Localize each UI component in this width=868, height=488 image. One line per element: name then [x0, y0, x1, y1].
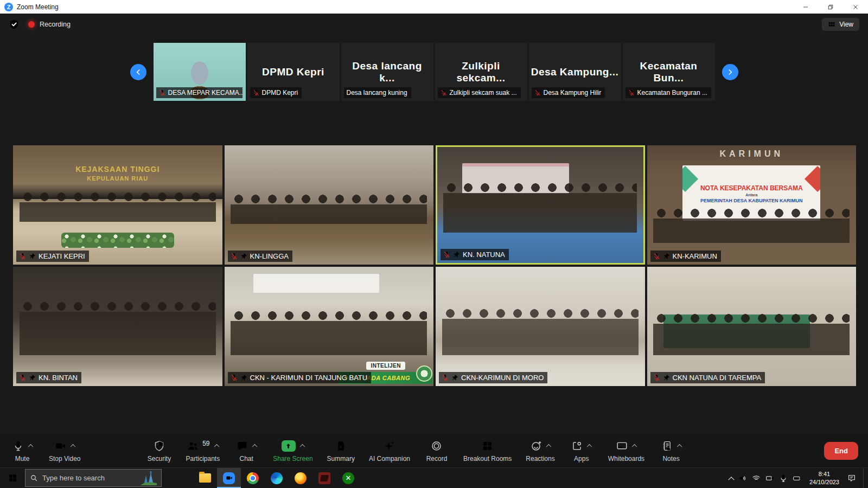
video-tile-ckn-karimun-di-moro[interactable]: CKN-KARIMUN DI MORO [436, 267, 645, 386]
wall-signage: KARIMUN [647, 149, 857, 159]
chat-chevron-up-icon[interactable] [252, 444, 257, 450]
whiteboards-button[interactable]: Whiteboards [608, 439, 644, 463]
reactions-button[interactable]: Reactions [526, 439, 554, 463]
video-tile-kn-karimun[interactable]: KARIMUN NOTA KESEPAKATAN BERSAMA Antara … [647, 145, 857, 265]
clock-date: 24/10/2023 [809, 478, 839, 486]
restore-button[interactable] [818, 0, 843, 14]
participant-name: KN. NATUNA [463, 251, 505, 259]
video-tile-ckn-natuna-di-tarempa[interactable]: CKN NATUNA DI TAREMPA [647, 267, 857, 386]
edge-icon[interactable] [265, 468, 289, 488]
search-placeholder: Type here to search [42, 474, 136, 482]
battery-icon[interactable] [793, 474, 801, 483]
whiteboards-chevron-up-icon[interactable] [631, 444, 637, 450]
taskbar-search-box[interactable]: Type here to search [25, 469, 162, 487]
sparkle-icon [384, 440, 395, 452]
video-tile-kn-natuna-active-speaker[interactable]: KN. NATUNA [436, 145, 645, 265]
meeting-header: Recording View [0, 14, 868, 35]
thumb-desa-lancang[interactable]: Desa lancang k... Desa lancang kuning [341, 43, 433, 101]
participant-name: KEJATI KEPRI [39, 252, 85, 260]
video-scene-people [231, 193, 427, 224]
banner-line1: NOTA KESEPAKATAN BERSAMA [682, 184, 820, 192]
speaker-icon[interactable] [738, 474, 747, 483]
mute-label: Mute [15, 455, 30, 463]
share-screen-button[interactable]: Share Screen [273, 439, 312, 463]
record-button[interactable]: Record [424, 439, 449, 463]
stop-video-button[interactable]: Stop Video [49, 439, 81, 463]
view-label: View [839, 21, 853, 28]
video-stage: DESA MEPAR KECAMA... DPMD Kepri DPMD Kep… [0, 35, 868, 434]
video-tile-kn-lingga[interactable]: KN-LINGGA [225, 145, 434, 265]
windows-logo-icon [8, 473, 17, 483]
notes-button[interactable]: Notes [659, 439, 684, 463]
apps-label: Apps [574, 455, 589, 463]
zoom-app-icon[interactable] [217, 468, 241, 488]
thumb-kecamatan-bunguran[interactable]: Kecamatan Bun... Kecamatan Bunguran ... [623, 43, 715, 101]
shield-icon [154, 440, 165, 452]
recording-indicator[interactable]: Recording [28, 21, 71, 28]
chrome-icon[interactable] [241, 468, 265, 488]
microphone-device-icon[interactable] [779, 474, 788, 483]
camera-device-icon[interactable] [765, 474, 774, 483]
participant-name: Zulkipli sekcam suak ... [450, 89, 517, 97]
ai-companion-button[interactable]: AI Companion [369, 439, 410, 463]
close-button[interactable] [843, 0, 868, 14]
show-desktop-button[interactable] [863, 468, 866, 488]
thumb-dpmd-kepri[interactable]: DPMD Kepri DPMD Kepri [247, 43, 340, 101]
mic-off-icon [253, 89, 259, 96]
security-button[interactable]: Security [147, 439, 172, 463]
mic-off-icon [441, 89, 447, 96]
summary-button[interactable]: Summary [327, 439, 355, 463]
taskbar-clock[interactable]: 8:41 24/10/2023 [806, 470, 843, 486]
encryption-shield-icon[interactable] [9, 19, 20, 30]
participant-name: CKN-KARIMUN DI MORO [461, 374, 544, 382]
mute-chevron-up-icon[interactable] [28, 444, 33, 450]
minimize-button[interactable] [793, 0, 818, 14]
video-scene-people [653, 312, 850, 355]
start-button[interactable] [0, 468, 25, 488]
clock-time: 8:41 [809, 470, 839, 478]
breakout-rooms-button[interactable]: Breakout Rooms [463, 439, 512, 463]
video-scene-banner [253, 274, 379, 293]
thumb-desa-kampung[interactable]: Desa Kampung... Desa Kampung Hilir [529, 43, 621, 101]
participants-button[interactable]: 59 Participants [186, 439, 220, 463]
wifi-icon[interactable] [752, 474, 761, 483]
participant-label: KN. NATUNA [441, 249, 509, 260]
mic-off-icon [231, 374, 238, 381]
mute-button[interactable]: Mute [10, 439, 35, 463]
xbox-icon[interactable]: ✕ [336, 468, 360, 488]
notes-label: Notes [662, 455, 679, 463]
share-chevron-up-icon[interactable] [299, 444, 305, 450]
prev-participants-button[interactable] [130, 64, 146, 80]
participant-name: Desa Kampung Hilir [544, 89, 602, 97]
chat-button[interactable]: Chat [234, 439, 259, 463]
participants-chevron-up-icon[interactable] [214, 444, 219, 450]
pin-icon [240, 253, 247, 260]
whiteboard-icon [616, 440, 628, 452]
video-tile-ckn-karimun-tanjung-batu[interactable]: INTELIJEN DESA PADA CABANG CKN - KARIMUN… [225, 267, 434, 386]
notes-chevron-up-icon[interactable] [676, 444, 682, 450]
video-tile-kn-bintan[interactable]: KN. BINTAN [13, 267, 222, 386]
video-tile-kejati-kepri[interactable]: KEJAKSAAN TINGGI KEPULAUAN RIAU KEJATI K… [13, 145, 222, 265]
apps-chevron-up-icon[interactable] [587, 444, 592, 450]
apps-button[interactable]: Apps [569, 439, 594, 463]
thumb-desa-mepar[interactable]: DESA MEPAR KECAMA... [154, 43, 246, 101]
pin-icon [663, 253, 670, 260]
tray-chevron-up-icon[interactable] [728, 477, 734, 483]
reactions-chevron-up-icon[interactable] [546, 444, 551, 450]
firefox-icon[interactable] [289, 468, 312, 488]
stop-video-label: Stop Video [49, 455, 81, 463]
pin-icon [451, 374, 458, 381]
system-tray: 8:41 24/10/2023 [729, 468, 868, 488]
video-chevron-up-icon[interactable] [70, 444, 75, 450]
red-app-icon[interactable] [312, 468, 336, 488]
action-center-icon[interactable] [847, 474, 856, 483]
end-meeting-button[interactable]: End [824, 442, 858, 460]
file-explorer-icon[interactable] [193, 468, 217, 488]
thumb-zulkipli[interactable]: Zulkipli sekcam... Zulkipli sekcam suak … [435, 43, 527, 101]
mic-icon [12, 440, 24, 452]
view-button[interactable]: View [822, 18, 859, 31]
wall-signage-line2: KEPULAUAN RIAU [13, 175, 222, 183]
ai-companion-label: AI Companion [369, 455, 410, 463]
participant-label: CKN NATUNA DI TAREMPA [650, 372, 765, 383]
next-participants-button[interactable] [722, 64, 738, 80]
